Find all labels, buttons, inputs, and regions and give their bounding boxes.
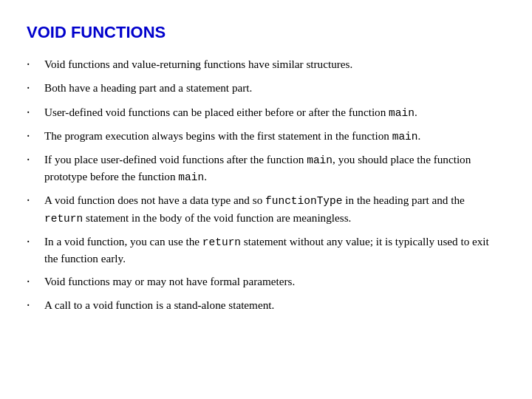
bullet-text: In a void function, you can use the retu… [44, 233, 505, 267]
list-item: · Void functions and value-returning fun… [27, 56, 505, 73]
bullet-dot: · [27, 192, 40, 209]
bullet-text: A void function does not have a data typ… [44, 192, 505, 226]
bullet-text: The program execution always begins with… [44, 128, 505, 145]
bullet-text: Void functions and value-returning funct… [44, 56, 505, 72]
code-main: main [392, 131, 418, 143]
bullet-dot: · [27, 151, 40, 168]
bullet-dot: · [27, 233, 40, 250]
bullet-dot: · [27, 80, 40, 97]
bullet-text: A call to a void function is a stand-alo… [44, 297, 505, 313]
list-item: · In a void function, you can use the re… [27, 233, 505, 267]
bullet-dot: · [27, 128, 40, 145]
list-item: · If you place user-defined void functio… [27, 151, 505, 185]
list-item: · The program execution always begins wi… [27, 128, 505, 145]
page-title: VOID FUNCTIONS [27, 21, 505, 44]
bullet-dot: · [27, 104, 40, 121]
code-return-2: return [202, 236, 241, 248]
bullet-list: · Void functions and value-returning fun… [27, 56, 505, 314]
bullet-dot: · [27, 297, 40, 314]
code-main-2: main [178, 171, 204, 183]
bullet-text: Both have a heading part and a statement… [44, 80, 505, 96]
bullet-text: User-defined void functions can be place… [44, 104, 505, 121]
bullet-text: If you place user-defined void functions… [44, 151, 505, 185]
list-item: · User-defined void functions can be pla… [27, 104, 505, 121]
code-functiontype: functionType [265, 195, 342, 207]
code-main: main [307, 154, 332, 166]
list-item: · Both have a heading part and a stateme… [27, 80, 505, 97]
code-return: return [44, 213, 83, 225]
bullet-text: Void functions may or may not have forma… [44, 273, 505, 290]
code-main: main [389, 107, 415, 119]
list-item: · A void function does not have a data t… [27, 192, 505, 226]
bullet-dot: · [27, 273, 40, 290]
list-item: · A call to a void function is a stand-a… [27, 297, 505, 314]
bullet-dot: · [27, 56, 40, 73]
list-item: · Void functions may or may not have for… [27, 273, 505, 290]
